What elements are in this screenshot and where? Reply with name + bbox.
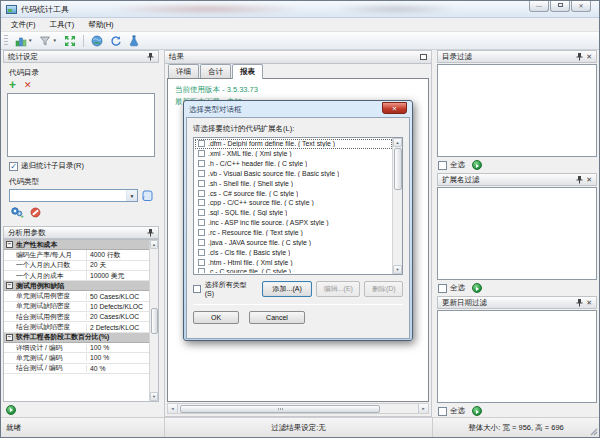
select-all-types-checkbox[interactable] xyxy=(193,285,201,293)
apply-filter-icon[interactable] xyxy=(472,160,482,170)
pin-icon[interactable] xyxy=(147,229,154,237)
param-group-row[interactable]: −软件工程各阶段工数百分比(%) xyxy=(4,333,149,343)
results-hscrollbar[interactable]: ◄ ► xyxy=(167,403,429,414)
update-button[interactable] xyxy=(108,34,124,48)
restore-button[interactable] xyxy=(550,1,570,12)
apply-filter-icon[interactable] xyxy=(472,283,482,293)
extension-list-item[interactable]: .xml - XML file. ( Xml style ) xyxy=(195,149,392,159)
param-value[interactable]: 100 % xyxy=(86,354,149,361)
code-type-combobox[interactable]: ▼ xyxy=(9,189,138,202)
expand-button[interactable] xyxy=(62,34,78,48)
extension-checkbox[interactable] xyxy=(198,239,205,246)
tab-detail[interactable]: 详细 xyxy=(168,64,199,78)
params-scrollbar[interactable]: ▲ ▼ xyxy=(149,240,158,401)
extension-list-item[interactable]: .java - JAVA source file. ( C style ) xyxy=(195,237,392,247)
title-bar[interactable]: 代码统计工具 — ✕ xyxy=(1,1,599,18)
add-type-button[interactable]: 添加...(A) xyxy=(262,281,312,297)
collapse-icon[interactable]: − xyxy=(6,282,13,289)
extension-list-item[interactable]: .sql - SQL file. ( Sql style ) xyxy=(195,208,392,218)
about-button[interactable] xyxy=(127,34,141,48)
scrollbar-thumb[interactable] xyxy=(180,405,380,413)
pin-icon[interactable] xyxy=(576,299,583,307)
scroll-up-icon[interactable]: ▲ xyxy=(150,240,158,249)
param-row[interactable]: 单元测试 / 编码100 % xyxy=(4,353,149,363)
extension-checkbox[interactable] xyxy=(198,170,205,177)
combobox-dropdown-icon[interactable]: ▼ xyxy=(126,190,137,201)
script-icon[interactable] xyxy=(142,190,153,201)
scroll-up-icon[interactable]: ▲ xyxy=(393,138,402,147)
date-select-all-checkbox[interactable] xyxy=(438,407,447,416)
chevron-down-icon[interactable]: ▼ xyxy=(28,38,32,43)
extension-select-all-checkbox[interactable] xyxy=(438,284,447,293)
date-filter-list[interactable] xyxy=(437,310,597,403)
extension-list-item[interactable]: .sh - Shell file. ( Shell style ) xyxy=(195,178,392,188)
directory-select-all-label[interactable]: 全选 xyxy=(450,160,465,170)
dialog-title-bar[interactable]: 选择类型对话框 ✕ xyxy=(186,103,410,117)
param-row[interactable]: 结合测试缺陷密度2 Defects/KLOC xyxy=(4,322,149,332)
extension-list-item[interactable]: .dfm - Delphi form define file. ( Text s… xyxy=(195,139,392,149)
extension-list-item[interactable]: .c - C source file. ( C style ) xyxy=(195,267,392,273)
param-row[interactable]: 一个人月的人日数20 天 xyxy=(4,261,149,271)
web-button[interactable] xyxy=(89,34,105,48)
param-value[interactable]: 10000 美元 xyxy=(86,271,149,281)
extension-list-item[interactable]: .h - C/C++ header file. ( C style ) xyxy=(195,159,392,169)
extension-checkbox[interactable] xyxy=(198,199,205,206)
select-all-types-label[interactable]: 选择所有类型(S) xyxy=(205,280,254,297)
extension-checkbox[interactable] xyxy=(198,219,205,226)
extension-list-item[interactable]: .htm - Html file. ( Xml style ) xyxy=(195,257,392,267)
start-analysis-icon[interactable] xyxy=(6,405,16,415)
filter-button[interactable]: ▼ xyxy=(37,34,58,48)
param-value[interactable]: 40 % xyxy=(86,365,149,372)
param-row[interactable]: 结合测试用例密度20 Cases/KLOC xyxy=(4,312,149,322)
scrollbar-thumb[interactable] xyxy=(394,148,402,190)
recursive-checkbox[interactable]: ✓ xyxy=(9,162,18,171)
scroll-down-icon[interactable]: ▼ xyxy=(150,392,158,401)
resize-grip[interactable] xyxy=(589,427,598,436)
type-settings-gear-icon[interactable]: + xyxy=(10,206,24,218)
extension-list-item[interactable]: .rc - Resource file. ( Text style ) xyxy=(195,228,392,238)
code-directory-list[interactable] xyxy=(7,93,155,157)
scroll-right-icon[interactable]: ► xyxy=(418,404,428,413)
pin-icon[interactable] xyxy=(576,176,583,184)
param-value[interactable]: 50 Cases/KLOC xyxy=(86,293,149,300)
extension-list-item[interactable]: .vb - Visual Basic source file. ( Basic … xyxy=(195,169,392,179)
param-row[interactable]: 一个人月的成本10000 美元 xyxy=(4,271,149,281)
date-select-all-label[interactable]: 全选 xyxy=(450,406,465,416)
pin-icon[interactable] xyxy=(576,53,583,61)
collapse-icon[interactable]: − xyxy=(6,241,13,248)
extension-checkbox[interactable] xyxy=(198,259,205,266)
dialog-close-button[interactable]: ✕ xyxy=(382,102,407,114)
cancel-button[interactable]: Cancel xyxy=(249,311,305,324)
extension-checkbox[interactable] xyxy=(198,190,205,197)
menu-tools[interactable]: 工具(T) xyxy=(44,19,81,31)
extension-list-item[interactable]: .cs - C# source file. ( C style ) xyxy=(195,188,392,198)
param-value[interactable]: 20 Cases/KLOC xyxy=(86,313,149,320)
menu-file[interactable]: 文件(F) xyxy=(5,19,42,31)
extension-checkbox[interactable] xyxy=(198,249,205,256)
extension-list-item[interactable]: .cls - Cls file. ( Basic style ) xyxy=(195,247,392,257)
param-group-row[interactable]: −生产性和成本 xyxy=(4,240,149,250)
close-panel-icon[interactable]: ✕ xyxy=(586,299,592,306)
param-value[interactable]: 10 Defects/KLOC xyxy=(86,303,149,310)
tab-report[interactable]: 报表 xyxy=(232,64,263,79)
statistics-chart-button[interactable]: ▼ xyxy=(13,34,34,48)
chevron-down-icon[interactable]: ▼ xyxy=(52,38,56,43)
param-group-row[interactable]: −测试用例和缺陷 xyxy=(4,281,149,291)
scroll-left-icon[interactable]: ◄ xyxy=(168,404,178,413)
extension-list-scrollbar[interactable]: ▲ ▼ xyxy=(392,138,402,274)
extension-checkbox[interactable] xyxy=(198,229,205,236)
extension-checkbox[interactable] xyxy=(198,160,205,167)
param-row[interactable]: 编码生产率/每人月4000 行数 xyxy=(4,250,149,260)
ok-button[interactable]: OK xyxy=(193,311,239,324)
param-row[interactable]: 单元测试用例密度50 Cases/KLOC xyxy=(4,291,149,301)
pin-icon[interactable] xyxy=(147,53,154,61)
param-row[interactable]: 详细设计 / 编码100 % xyxy=(4,343,149,353)
directory-filter-list[interactable] xyxy=(437,64,597,157)
toolbar-grip[interactable] xyxy=(4,35,8,47)
extension-list-item[interactable]: .inc - ASP inc file source. ( ASPX style… xyxy=(195,218,392,228)
menu-help[interactable]: 帮助(H) xyxy=(82,19,119,31)
collapse-icon[interactable]: − xyxy=(6,334,13,341)
param-value[interactable]: 20 天 xyxy=(86,261,149,271)
apply-filter-icon[interactable] xyxy=(472,406,482,416)
extension-checkbox[interactable] xyxy=(198,209,205,216)
